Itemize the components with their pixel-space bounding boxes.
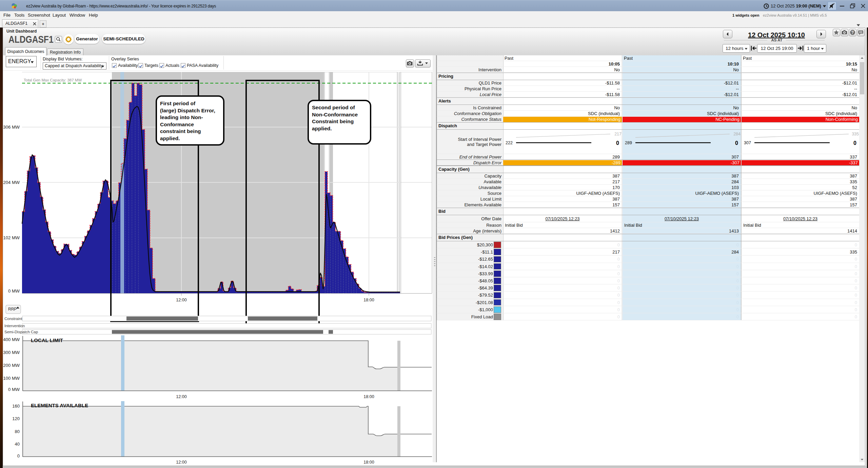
svg-text:leading into Non-: leading into Non- (160, 114, 203, 120)
svg-text:applied.: applied. (312, 126, 332, 131)
svg-text:?: ? (851, 30, 854, 35)
svg-text:0 MW: 0 MW (8, 288, 20, 294)
svg-text:First period of: First period of (160, 100, 196, 106)
svg-text:18:00: 18:00 (363, 298, 374, 302)
svg-text:200 MW: 200 MW (3, 363, 20, 368)
svg-text:222: 222 (506, 141, 513, 145)
svg-text:18:00: 18:00 (363, 394, 374, 399)
svg-text:12:00: 12:00 (176, 298, 186, 302)
svg-text:(large) Dispatch Error,: (large) Dispatch Error, (160, 108, 215, 113)
svg-text:335: 335 (852, 132, 859, 136)
svg-text:102 MW: 102 MW (3, 235, 20, 240)
svg-text:284: 284 (733, 132, 741, 136)
svg-text:Constraint being: Constraint being (312, 118, 354, 124)
svg-text:LOCAL LIMIT: LOCAL LIMIT (31, 337, 63, 343)
svg-text:217: 217 (614, 132, 622, 136)
svg-text:applied.: applied. (160, 135, 180, 141)
svg-text:Total Gen Max Capacity: 387 MW: Total Gen Max Capacity: 387 MW (24, 78, 82, 82)
svg-text:12:00: 12:00 (176, 394, 186, 399)
svg-text:Intervention: Intervention (4, 324, 25, 328)
svg-text:Semi-Dispatch Cap: Semi-Dispatch Cap (4, 330, 38, 334)
svg-text:12:00: 12:00 (176, 460, 186, 465)
svg-text:204 MW: 204 MW (3, 180, 20, 185)
svg-text:160: 160 (12, 404, 20, 409)
svg-text:Non-Conformance: Non-Conformance (312, 112, 358, 117)
svg-text:Second period of: Second period of (312, 105, 355, 110)
svg-text:Constraint: Constraint (4, 317, 22, 321)
svg-text:80: 80 (15, 429, 20, 434)
svg-text:289: 289 (625, 141, 632, 145)
svg-text:0: 0 (17, 453, 20, 458)
svg-text:constraint being: constraint being (160, 128, 201, 134)
svg-text:0: 0 (735, 140, 738, 146)
svg-text:400 MW: 400 MW (3, 337, 20, 342)
svg-text:306 MW: 306 MW (3, 125, 20, 130)
svg-text:0: 0 (853, 140, 856, 146)
svg-text:0 MW: 0 MW (8, 387, 20, 392)
svg-text:RRP: RRP (8, 307, 17, 312)
svg-text:Conformance: Conformance (160, 121, 194, 127)
svg-text:120: 120 (12, 416, 20, 421)
svg-text:307: 307 (744, 141, 751, 145)
svg-text:ELEMENTS AVAILABLE: ELEMENTS AVAILABLE (31, 403, 88, 408)
svg-text:100 MW: 100 MW (3, 376, 20, 381)
svg-text:300 MW: 300 MW (3, 350, 20, 355)
svg-text:40: 40 (15, 442, 20, 447)
svg-text:18:00: 18:00 (363, 460, 374, 465)
svg-text:0: 0 (616, 140, 619, 146)
